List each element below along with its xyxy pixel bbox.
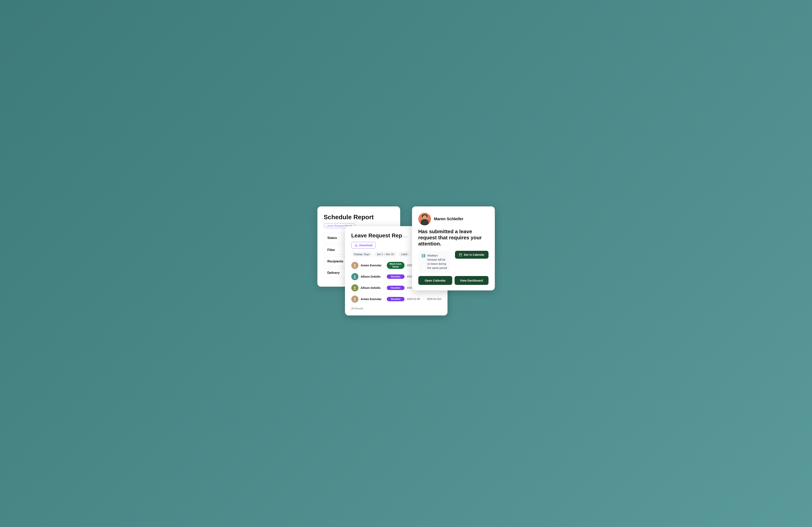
info-icon: ℹ️ [421,254,425,257]
svg-point-3 [354,275,356,277]
label-chip[interactable]: Label [398,252,410,257]
leave-type-badge: Work from home [387,262,405,269]
svg-point-13 [423,215,426,219]
person-icon [353,286,357,290]
schedule-report-title: Schedule Report [324,214,394,221]
person-icon [353,263,357,268]
person-name: Arwen Evenstar [361,298,385,301]
svg-point-1 [354,264,356,266]
svg-point-2 [353,266,356,268]
avatar [351,284,358,291]
person-name: Allison Dokidis [361,286,385,289]
start-date: 2025-01-09 [407,298,425,300]
scene: Schedule Report Leave Request Report Sta… [317,206,495,321]
avatar [351,296,358,303]
svg-point-4 [353,277,356,279]
svg-point-6 [353,288,356,290]
download-icon [354,244,358,247]
delivery-label: Delivery [328,271,345,275]
svg-point-7 [354,298,356,299]
avatar [351,262,358,269]
notification-info-text: Madelyn Dorwart will be on leave during … [427,254,447,270]
maren-avatar-illustration [420,213,430,225]
notification-card: Maren Schleifer Has submitted a leave re… [412,206,495,290]
notification-actions: Open Calendar View Dashboard [418,276,489,285]
leave-type-badge: Vacation [387,274,405,279]
svg-point-5 [354,286,356,288]
person-name: Allison Dokidis [361,275,385,278]
date-range-chip[interactable]: Jan 1 – Dec 31 [374,252,397,257]
person-icon [353,274,357,279]
person-icon [353,297,357,301]
person-name: Arwen Evenstar [361,264,385,267]
status-label: Status [328,236,345,240]
svg-point-8 [353,299,356,301]
notification-header: Maren Schleifer [418,213,489,225]
leave-type-badge: Vacation [387,297,405,301]
view-dashboard-button[interactable]: View Dashboard [454,276,489,285]
svg-rect-14 [459,254,462,256]
table-row: Arwen Evenstar Vacation 2025-01-09 2025-… [351,294,441,304]
notification-headline: Has submitted a leave request that requi… [418,228,489,247]
calendar-icon [459,253,462,256]
end-date: 2025-01-012 [427,298,445,300]
recipients-label: Recipients [328,260,345,263]
leave-type-badge: Vacation [387,286,405,290]
avatar [351,273,358,280]
results-count: 28 Results [351,307,441,310]
notification-info-row: ℹ️ Madelyn Dorwart will be on leave duri… [418,251,489,273]
filter-label: Filter [328,248,345,252]
avatar [418,213,431,225]
notification-person-name: Maren Schleifer [434,217,463,221]
display-days-chip[interactable]: Display: Days [351,252,372,257]
notification-info-box: ℹ️ Madelyn Dorwart will be on leave duri… [418,251,450,273]
open-calendar-button[interactable]: Open Calendar [418,276,452,285]
download-button[interactable]: Download [351,242,376,248]
see-in-calendar-button[interactable]: See in Calendar [455,251,488,259]
